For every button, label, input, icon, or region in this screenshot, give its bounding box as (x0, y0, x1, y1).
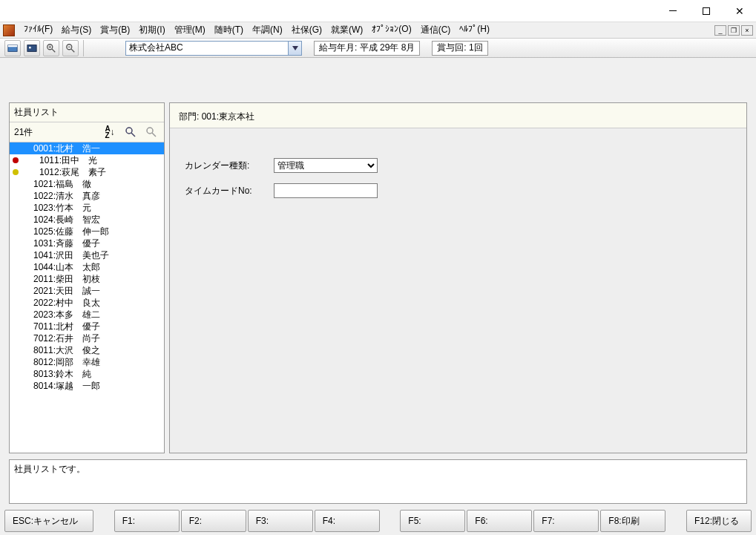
window-close-button[interactable]: ✕ (723, 0, 756, 22)
toolbar-button-1[interactable] (4, 40, 21, 56)
pay-period-display: 給与年月: 平成 29年 8月 (314, 41, 420, 56)
zoom-in-button[interactable] (43, 40, 59, 56)
menu-item[interactable]: 年調(N) (248, 22, 287, 38)
window-minimize-button[interactable] (656, 0, 689, 22)
svg-rect-1 (8, 45, 17, 47)
menu-item[interactable]: 社保(G) (287, 22, 326, 38)
menu-item[interactable]: 賞与(B) (96, 22, 134, 38)
menu-item[interactable]: 管理(M) (170, 22, 210, 38)
toolbar-button-2[interactable] (24, 40, 40, 56)
menu-item[interactable]: ﾌｧｲﾙ(F) (19, 22, 57, 38)
menu-item[interactable]: 就業(W) (326, 22, 367, 38)
menubar: ﾌｧｲﾙ(F)給与(S)賞与(B)初期(I)管理(M)随時(T)年調(N)社保(… (0, 22, 756, 39)
menu-item[interactable]: ｵﾌﾟｼｮﾝ(O) (367, 22, 415, 38)
zoom-out-button[interactable] (62, 40, 79, 56)
menu-item[interactable]: ﾍﾙﾌﾟ(H) (455, 22, 494, 38)
svg-line-5 (52, 48, 55, 51)
menu-item[interactable]: 随時(T) (210, 22, 248, 38)
toolbar: 給与年月: 平成 29年 8月 賞与回: 1回 (0, 39, 756, 58)
svg-marker-11 (292, 46, 298, 50)
window-maximize-button[interactable] (689, 0, 723, 22)
svg-rect-2 (27, 45, 36, 51)
window-titlebar: ✕ (0, 0, 756, 22)
mdi-restore-button[interactable]: ❐ (728, 25, 740, 36)
menu-item[interactable]: 初期(I) (134, 22, 169, 38)
mdi-close-button[interactable]: × (741, 25, 753, 36)
svg-point-3 (29, 46, 31, 48)
mdi-minimize-button[interactable]: _ (714, 25, 726, 36)
company-combo[interactable] (125, 41, 289, 56)
company-combo-dropdown[interactable] (289, 41, 302, 56)
svg-line-9 (71, 48, 74, 51)
menu-item[interactable]: 通信(C) (416, 22, 456, 38)
app-icon (3, 24, 15, 36)
bonus-count-display: 賞与回: 1回 (432, 41, 487, 56)
menu-item[interactable]: 給与(S) (57, 22, 96, 38)
